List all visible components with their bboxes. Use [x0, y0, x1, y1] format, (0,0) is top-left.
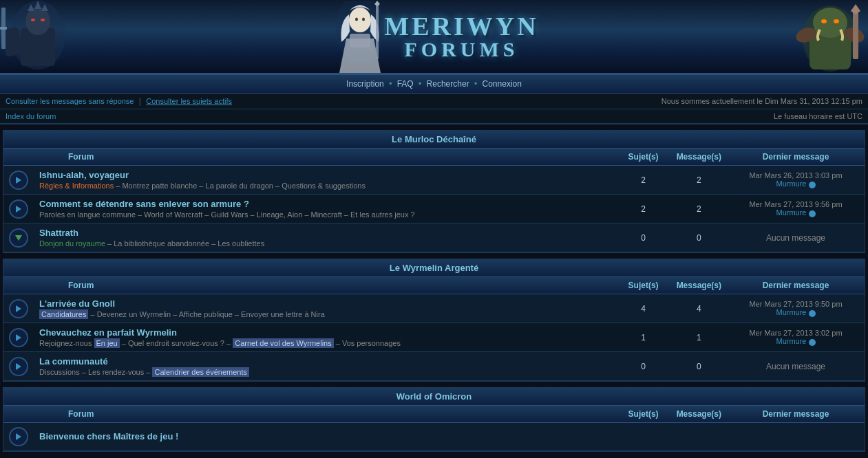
last-message-author[interactable]: Murmure: [776, 308, 806, 316]
section-header-section2: Le Wyrmelin Argenté: [3, 259, 865, 277]
last-message-date: Mer Mars 27, 2013 9:50 pm: [749, 300, 842, 308]
last-message-author[interactable]: Murmure: [776, 337, 806, 345]
external-link-icon: [809, 182, 816, 188]
forum-name-cell: Chevauchez en parfait WyrmelinRejoignez-…: [34, 323, 616, 352]
svg-point-16: [362, 17, 365, 21]
col-header-2: Sujet(s): [616, 406, 671, 423]
last-message-cell: Mer Mars 27, 2013 9:50 pmMurmure: [727, 294, 865, 323]
forum-desc: Candidatures – Devenez un Wyrmelin – Aff…: [39, 310, 611, 318]
nav-dot1: •: [389, 79, 392, 89]
forum-desc: Paroles en langue commune – World of War…: [39, 210, 611, 219]
forum-name-cell: L'arrivée du GnollCandidatures – Devenez…: [34, 294, 616, 323]
forum-title-link[interactable]: L'arrivée du Gnoll: [39, 298, 115, 309]
col-header-4: Dernier message: [727, 149, 865, 166]
header-center: MERIWYN FORUMS: [329, 1, 538, 73]
no-message-label: Aucun message: [766, 233, 825, 243]
last-message-author[interactable]: Murmure: [776, 208, 806, 217]
no-message-label: Aucun message: [766, 362, 825, 371]
table-row: Ishnu-alah, voyageurRègles & Information…: [3, 166, 865, 195]
subjects-count: 2: [616, 195, 671, 223]
forum-name-cell: ShattrathDonjon du royaume – La biblioth…: [34, 223, 616, 252]
last-message-cell: Aucun message: [727, 223, 865, 252]
forum-desc-highlighted: Calendrier des événements: [152, 367, 249, 377]
active-topics-link[interactable]: Consulter les sujets actifs: [146, 97, 232, 105]
forum-title-link[interactable]: Chevauchez en parfait Wyrmelin: [39, 327, 177, 338]
forum-title-link[interactable]: Shattrath: [39, 228, 78, 238]
forum-name-cell: Bienvenue chers Maîtres de jeu !: [34, 423, 616, 451]
forum-icon: [9, 171, 28, 190]
forum-desc-link[interactable]: Donjon du royaume: [39, 239, 105, 248]
last-message-cell: [727, 423, 865, 451]
nav-faq[interactable]: FAQ: [397, 79, 414, 89]
svg-point-10: [41, 19, 45, 21]
col-header-1: Forum: [34, 149, 616, 166]
messages-count: 2: [671, 166, 727, 195]
external-link-icon: [809, 210, 816, 217]
forum-title-link[interactable]: Ishnu-alah, voyageur: [39, 170, 129, 180]
subjects-count: 0: [616, 223, 671, 252]
svg-rect-13: [350, 34, 370, 47]
svg-rect-8: [0, 27, 7, 30]
svg-point-14: [349, 8, 371, 32]
table-row: Bienvenue chers Maîtres de jeu !: [3, 423, 865, 451]
forum-index-link[interactable]: Index du forum: [6, 112, 56, 120]
forum-name-cell: La communautéDiscussions – Les rendez-vo…: [34, 352, 616, 381]
section-header-section1: Le Murloc Déchaîné: [3, 131, 865, 149]
forum-name-cell: Comment se détendre sans enlever son arm…: [34, 195, 616, 223]
svg-point-2: [25, 8, 50, 35]
nav-rechercher[interactable]: Rechercher: [427, 79, 469, 89]
subjects-count: 0: [616, 352, 671, 381]
right-character: [792, 1, 868, 73]
forum-desc-link[interactable]: Règles & Informations: [39, 182, 114, 190]
arrow-right-icon: [16, 206, 21, 212]
forum-desc: Discussions – Les rendez-vous – Calendri…: [39, 368, 611, 376]
table-row: Chevauchez en parfait WyrmelinRejoignez-…: [3, 323, 865, 352]
table-row: Comment se détendre sans enlever son arm…: [3, 195, 865, 223]
nav-inscription[interactable]: Inscription: [346, 79, 384, 89]
arrow-right-icon: [16, 177, 21, 184]
table-row: L'arrivée du GnollCandidatures – Devenez…: [3, 294, 865, 323]
subjects-count: 4: [616, 294, 671, 323]
col-header-2: Sujet(s): [616, 149, 671, 166]
col-header-1: Forum: [34, 406, 616, 423]
subjects-count: 2: [616, 166, 671, 195]
logo-title1: MERIWYN: [384, 13, 538, 39]
subjects-count: [616, 423, 671, 451]
nav-dot3: •: [474, 79, 477, 89]
section-title-section2[interactable]: Le Wyrmelin Argenté: [390, 263, 478, 273]
nav-connexion[interactable]: Connexion: [483, 79, 522, 89]
col-header-0: [3, 406, 34, 423]
forum-icon-cell: [3, 166, 34, 195]
forum-desc: Rejoignez-nous En jeu – Quel endroit sur…: [39, 339, 611, 347]
messages-count: 0: [671, 352, 727, 381]
section-title-section1[interactable]: Le Murloc Déchaîné: [392, 134, 476, 144]
svg-point-23: [834, 19, 839, 23]
col-header-4: Dernier message: [727, 406, 865, 423]
forum-icon: [9, 328, 28, 347]
timezone-label: Le fuseau horaire est UTC: [774, 112, 862, 120]
last-message-author[interactable]: Murmure: [776, 179, 806, 188]
forum-icon-cell: [3, 423, 34, 451]
forum-title-link[interactable]: La communauté: [39, 356, 108, 367]
arrow-down-icon: [15, 235, 22, 241]
info-bar: Consulter les messages sans réponse | Co…: [0, 94, 868, 109]
sections-container: Le Murloc DéchaînéForumSujet(s)Message(s…: [0, 130, 868, 452]
forum-icon-cell: [3, 323, 34, 352]
forum-title-link[interactable]: Bienvenue chers Maîtres de jeu !: [39, 431, 178, 441]
section-title-section3[interactable]: World of Omicron: [396, 391, 472, 402]
forum-desc-highlighted: Carnet de vol des Wyrmelins: [233, 338, 334, 348]
last-message-date: Mer Mars 27, 2013 3:02 pm: [749, 329, 842, 337]
no-reply-link[interactable]: Consulter les messages sans réponse: [6, 97, 134, 105]
last-message-date: Mer Mars 27, 2013 9:56 pm: [749, 200, 842, 208]
forum-desc-highlighted: Candidatures: [39, 309, 88, 319]
forum-title-link[interactable]: Comment se détendre sans enlever son arm…: [39, 199, 249, 209]
logo-title2: FORUMS: [384, 39, 538, 60]
forum-table-section3: ForumSujet(s)Message(s)Dernier messageBi…: [3, 406, 865, 451]
forum-section-section2: Le Wyrmelin ArgentéForumSujet(s)Message(…: [3, 259, 865, 382]
forum-icon-cell: [3, 223, 34, 252]
info-bar-left: Consulter les messages sans réponse | Co…: [6, 96, 232, 106]
col-header-0: [3, 277, 34, 294]
forum-desc-highlighted: En jeu: [94, 338, 120, 348]
forum-icon: [9, 427, 28, 446]
col-header-3: Message(s): [671, 277, 727, 294]
